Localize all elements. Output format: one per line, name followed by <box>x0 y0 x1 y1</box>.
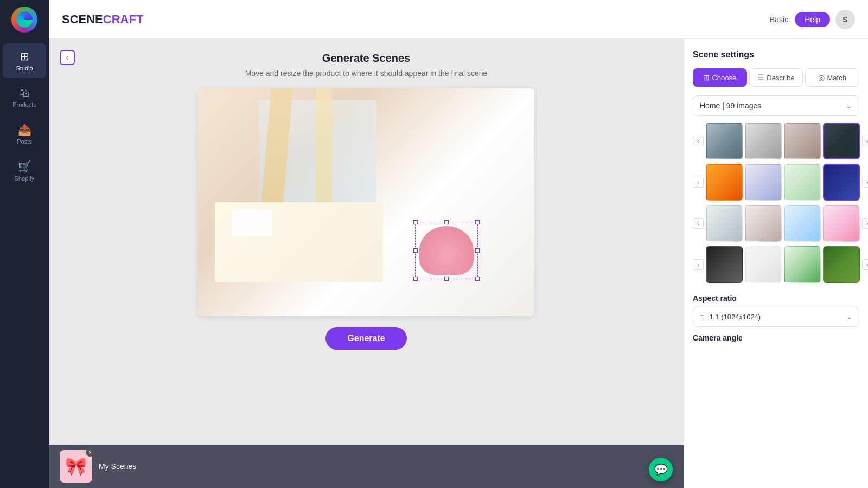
canvas-title: Generate Scenes <box>322 52 410 65</box>
collapse-icon: ‹ <box>66 53 69 62</box>
match-tab-label: Match <box>827 74 846 82</box>
help-button[interactable]: Help <box>795 12 830 27</box>
row4-prev-button[interactable]: ‹ <box>693 259 704 270</box>
image-grid-4 <box>706 246 860 283</box>
describe-tab-icon: ☰ <box>757 73 764 82</box>
category-dropdown-value: Home | 99 images <box>700 101 761 110</box>
sidebar-label-studio: Studio <box>16 65 33 72</box>
logo-craft: CRAFT <box>103 12 144 26</box>
aspect-dropdown-arrow-icon: ⌄ <box>846 313 852 321</box>
handle-middle-right[interactable] <box>475 248 480 253</box>
image-grid-1 <box>706 123 860 159</box>
products-icon: 🛍 <box>19 87 30 99</box>
scene-thumb-1-2[interactable] <box>745 123 782 159</box>
image-row-2: ‹ › <box>693 164 859 201</box>
aspect-icon: □ <box>700 313 704 321</box>
chat-button[interactable]: 💬 <box>649 458 673 481</box>
app-logo[interactable] <box>11 7 37 33</box>
sidebar-item-products[interactable]: 🛍 Products <box>3 80 46 114</box>
product-thumbnail[interactable]: 🎀 × <box>60 450 92 483</box>
row3-next-button[interactable]: › <box>862 218 868 229</box>
row2-next-button[interactable]: › <box>862 177 868 188</box>
sidebar-item-posts[interactable]: 📤 Posts <box>3 117 46 151</box>
tab-match[interactable]: ◎ Match <box>805 68 859 87</box>
image-row-3: ‹ › <box>693 205 859 242</box>
app-logo-text: SCENECRAFT <box>62 12 143 27</box>
sidebar-label-posts: Posts <box>17 138 32 145</box>
scene-background <box>198 88 534 316</box>
handle-top-right[interactable] <box>475 220 480 224</box>
scene-thumb-3-2[interactable] <box>745 205 782 242</box>
tab-describe[interactable]: ☰ Describe <box>749 68 803 87</box>
scene-thumb-4-2[interactable] <box>745 246 782 283</box>
scene-thumb-2-3[interactable] <box>784 164 821 201</box>
scene-thumb-2-4[interactable] <box>823 164 860 201</box>
dropdown-arrow-icon: ⌄ <box>846 101 852 110</box>
aspect-ratio-title: Aspect ratio <box>693 294 859 303</box>
row1-prev-button[interactable]: ‹ <box>693 136 704 146</box>
sidebar-item-shopify[interactable]: 🛒 Shopify <box>3 153 46 188</box>
scene-thumb-1-1[interactable] <box>706 123 743 159</box>
handle-top-center[interactable] <box>444 220 449 224</box>
handle-bottom-left[interactable] <box>413 277 418 281</box>
camera-angle-title: Camera angle <box>693 333 859 342</box>
scene-thumb-4-4[interactable] <box>823 246 860 283</box>
logo-scene: SCENE <box>62 12 103 26</box>
choose-tab-icon: ⊞ <box>703 73 710 82</box>
scene-thumb-3-1[interactable] <box>706 205 743 242</box>
generate-button[interactable]: Generate <box>326 327 406 350</box>
row1-next-button[interactable]: › <box>862 136 868 146</box>
canvas-subtitle: Move and resize the product to where it … <box>245 69 488 78</box>
topbar-basic-label: Basic <box>770 15 788 24</box>
aspect-ratio-value: 1:1 (1024x1024) <box>709 313 761 321</box>
bottom-bar: 🎀 × My Scenes 💬 <box>49 445 684 488</box>
chat-icon: 💬 <box>654 463 668 476</box>
handle-bottom-right[interactable] <box>475 277 480 281</box>
image-row-1: ‹ › <box>693 123 859 159</box>
handle-middle-left[interactable] <box>413 248 418 253</box>
row3-prev-button[interactable]: ‹ <box>693 218 704 229</box>
row4-next-button[interactable]: › <box>862 259 868 270</box>
sidebar-label-shopify: Shopify <box>15 175 35 182</box>
close-icon: × <box>88 450 92 455</box>
product-hat <box>419 226 474 275</box>
row2-prev-button[interactable]: ‹ <box>693 177 704 188</box>
shopify-icon: 🛒 <box>18 160 31 173</box>
image-grid-3 <box>706 205 860 242</box>
product-overlay[interactable] <box>419 226 474 275</box>
scene-thumb-2-2[interactable] <box>745 164 782 201</box>
room-pillow <box>232 209 272 236</box>
sidebar-item-studio[interactable]: ⊞ Studio <box>3 43 46 78</box>
posts-icon: 📤 <box>18 123 31 136</box>
image-grid-2 <box>706 164 860 201</box>
sidebar: ⊞ Studio 🛍 Products 📤 Posts 🛒 Shopify <box>0 0 49 488</box>
handle-bottom-center[interactable] <box>444 277 449 281</box>
tab-choose[interactable]: ⊞ Choose <box>693 68 747 87</box>
describe-tab-label: Describe <box>767 74 794 82</box>
scene-thumb-4-1[interactable] <box>706 246 743 283</box>
scene-thumb-4-3[interactable] <box>784 246 821 283</box>
panel-title: Scene settings <box>693 50 859 60</box>
image-row-4: ‹ › <box>693 246 859 283</box>
handle-top-left[interactable] <box>413 220 418 224</box>
scene-thumb-2-1[interactable] <box>706 164 743 201</box>
remove-product-button[interactable]: × <box>86 448 94 457</box>
scene-thumb-3-4[interactable] <box>823 205 860 242</box>
aspect-ratio-dropdown[interactable]: □ 1:1 (1024x1024) ⌄ <box>693 307 859 327</box>
content-area: ‹ Generate Scenes Move and resize the pr… <box>49 39 868 488</box>
tab-bar: ⊞ Choose ☰ Describe ◎ Match <box>693 68 859 87</box>
my-scenes-label: My Scenes <box>99 462 136 471</box>
main-area: SCENECRAFT Basic Help S ‹ Generate Scene… <box>49 0 868 488</box>
collapse-button[interactable]: ‹ <box>60 50 75 65</box>
scene-thumb-1-3[interactable] <box>784 123 821 159</box>
studio-icon: ⊞ <box>20 50 29 63</box>
canvas-frame[interactable] <box>198 88 534 316</box>
category-dropdown[interactable]: Home | 99 images ⌄ <box>693 95 859 116</box>
scene-thumb-1-4[interactable] <box>823 123 860 159</box>
topbar: SCENECRAFT Basic Help S <box>49 0 868 39</box>
canvas-area: ‹ Generate Scenes Move and resize the pr… <box>49 39 684 488</box>
choose-tab-label: Choose <box>712 74 736 82</box>
sidebar-label-products: Products <box>12 101 36 108</box>
scene-thumb-3-3[interactable] <box>784 205 821 242</box>
user-avatar[interactable]: S <box>835 10 855 29</box>
